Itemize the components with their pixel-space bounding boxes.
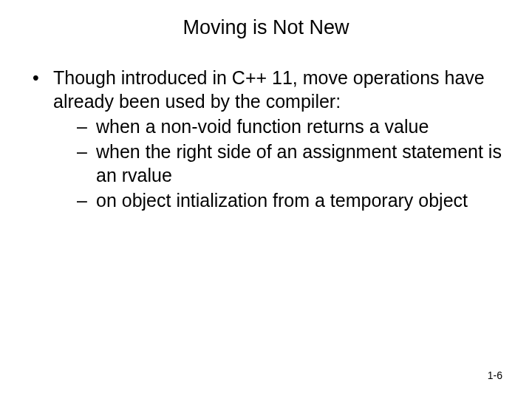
sub-item: – when a non-void function returns a val… xyxy=(77,115,502,140)
bullet-text-span: Though introduced in C++ 11, move operat… xyxy=(53,67,485,112)
sub-item: – on object intialization from a tempora… xyxy=(77,188,502,214)
sub-text: on object intialization from a temporary… xyxy=(96,188,502,212)
slide-title: Moving is Not New xyxy=(0,0,532,45)
dash-mark: – xyxy=(77,140,96,163)
sub-list: – when a non-void function returns a val… xyxy=(53,113,502,214)
bullet-text: Though introduced in C++ 11, move operat… xyxy=(53,66,502,214)
dash-mark: – xyxy=(77,115,96,138)
sub-text: when the right side of an assignment sta… xyxy=(96,140,502,187)
bullet-mark: • xyxy=(30,66,53,89)
sub-text: when a non-void function returns a value xyxy=(96,115,502,138)
bullet-item: • Though introduced in C++ 11, move oper… xyxy=(30,66,502,214)
page-number: 1-6 xyxy=(488,369,502,381)
dash-mark: – xyxy=(77,188,96,212)
slide-content: • Though introduced in C++ 11, move oper… xyxy=(0,45,532,214)
sub-item: – when the right side of an assignment s… xyxy=(77,140,502,188)
